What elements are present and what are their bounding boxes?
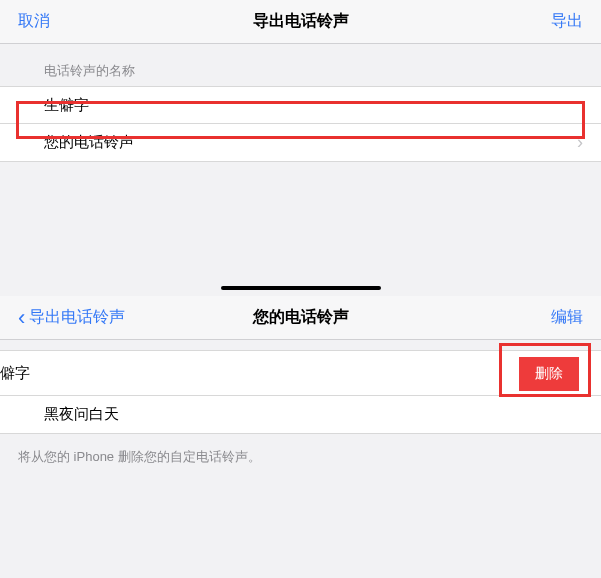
edit-button[interactable]: 编辑 — [551, 307, 583, 328]
export-ringtone-screen: 取消 导出电话铃声 导出 电话铃声的名称 生僻字 您的电话铃声 › — [0, 0, 601, 162]
ringtone-name-value: 生僻字 — [44, 96, 89, 115]
your-ringtone-label: 您的电话铃声 — [44, 133, 134, 152]
ringtone-item-label-2: 黑夜问白天 — [44, 405, 119, 424]
section-header-ringtone-name: 电话铃声的名称 — [0, 44, 601, 86]
back-button[interactable]: ‹ 导出电话铃声 — [18, 305, 125, 331]
page-title: 导出电话铃声 — [253, 11, 349, 32]
ringtone-row[interactable]: 黑夜问白天 — [0, 396, 601, 434]
nav-bar-2: ‹ 导出电话铃声 您的电话铃声 编辑 — [0, 296, 601, 340]
footer-note: 将从您的 iPhone 删除您的自定电话铃声。 — [0, 434, 601, 480]
chevron-right-icon: › — [577, 132, 583, 153]
export-button[interactable]: 导出 — [551, 11, 583, 32]
your-ringtones-screen: ‹ 导出电话铃声 您的电话铃声 编辑 僻字 删除 黑夜问白天 将从您的 iPho… — [0, 296, 601, 480]
ringtone-name-field[interactable]: 生僻字 — [0, 86, 601, 124]
chevron-left-icon: ‹ — [18, 305, 25, 331]
your-ringtone-row[interactable]: 您的电话铃声 › — [0, 124, 601, 162]
home-indicator — [221, 286, 381, 290]
ringtone-row-swiped[interactable]: 僻字 删除 — [0, 350, 601, 396]
delete-button[interactable]: 删除 — [519, 357, 579, 391]
ringtone-item-label: 僻字 — [0, 364, 30, 383]
page-title-2: 您的电话铃声 — [253, 307, 349, 328]
cancel-button[interactable]: 取消 — [18, 11, 50, 32]
nav-bar: 取消 导出电话铃声 导出 — [0, 0, 601, 44]
back-label: 导出电话铃声 — [29, 307, 125, 328]
